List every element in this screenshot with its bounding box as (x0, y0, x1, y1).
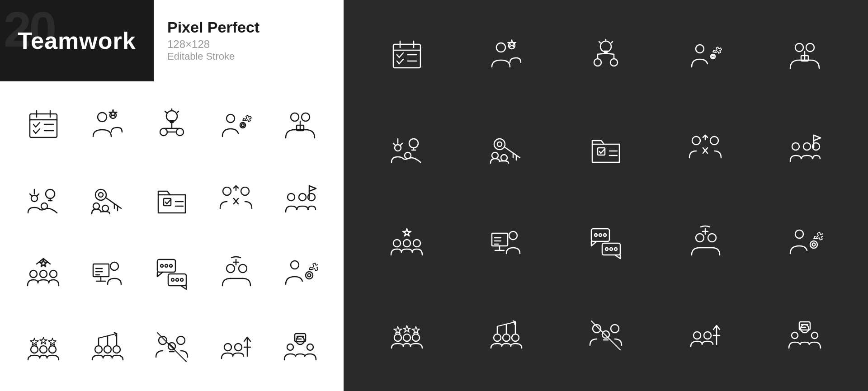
icon-two-people-dark (760, 14, 850, 98)
svg-point-199 (512, 334, 519, 341)
svg-marker-194 (394, 326, 402, 334)
icon-chat-boxes-dark (561, 200, 651, 284)
svg-line-122 (611, 42, 613, 43)
svg-point-214 (811, 332, 818, 339)
svg-rect-45 (164, 198, 171, 206)
svg-point-90 (113, 346, 120, 353)
svg-point-89 (104, 346, 111, 353)
main-title: Teamwork (18, 27, 136, 54)
left-panel: 20 Teamwork Pixel Perfect 128×128 Editab… (0, 0, 344, 391)
icon-checkbox-folder-light (142, 165, 202, 234)
svg-point-6 (98, 113, 107, 122)
icon-team-celebration-light (206, 239, 266, 308)
svg-point-72 (176, 278, 179, 281)
svg-point-204 (611, 325, 619, 333)
svg-point-161 (803, 143, 811, 150)
svg-point-59 (110, 262, 118, 270)
svg-point-212 (801, 325, 809, 333)
right-panel (344, 0, 868, 391)
svg-point-213 (792, 332, 798, 339)
svg-point-26 (302, 113, 310, 121)
svg-point-133 (712, 56, 714, 58)
icon-chat-boxes-light (142, 239, 202, 308)
svg-line-129 (598, 53, 606, 54)
icon-team-idea-dark (561, 14, 651, 98)
svg-point-25 (291, 113, 299, 121)
icon-checkbox-folder-dark (561, 107, 651, 191)
svg-point-160 (792, 143, 799, 150)
svg-point-198 (503, 334, 510, 341)
svg-point-51 (288, 193, 295, 201)
icon-team-presentation-light (78, 239, 137, 308)
svg-marker-195 (403, 325, 410, 332)
svg-marker-85 (30, 338, 38, 345)
svg-point-52 (299, 193, 306, 201)
icon-achievement-star-light (14, 239, 73, 308)
icon-team-celebration-dark (660, 200, 750, 284)
svg-point-55 (30, 270, 37, 278)
subtitle-block: Pixel Perfect 128×128 Editable Stroke (154, 0, 273, 81)
svg-point-193 (412, 334, 420, 341)
svg-point-209 (704, 332, 711, 339)
svg-point-134 (795, 43, 803, 52)
svg-marker-196 (412, 326, 420, 334)
svg-point-176 (594, 234, 597, 236)
svg-point-95 (177, 336, 185, 344)
svg-point-188 (795, 230, 803, 238)
svg-point-164 (393, 240, 401, 247)
icon-two-people-light (270, 90, 330, 160)
svg-point-142 (395, 145, 401, 151)
icon-team-conflict-dark (660, 107, 750, 191)
svg-point-131 (696, 45, 704, 53)
svg-point-105 (287, 344, 293, 350)
svg-line-11 (165, 111, 166, 113)
svg-point-9 (166, 111, 177, 122)
svg-point-75 (239, 264, 247, 273)
dark-icons-grid (362, 14, 850, 377)
svg-marker-86 (40, 337, 47, 344)
icon-team-stars-light (14, 312, 73, 382)
svg-point-166 (413, 240, 420, 247)
editable-label: Editable Stroke (167, 51, 259, 62)
svg-point-100 (224, 344, 231, 351)
svg-line-99 (169, 344, 175, 349)
svg-point-22 (226, 114, 235, 122)
icon-star-review-light (78, 90, 137, 160)
svg-point-44 (102, 205, 108, 212)
svg-point-80 (306, 272, 313, 279)
svg-point-24 (241, 124, 244, 127)
svg-point-69 (170, 264, 172, 267)
svg-point-182 (614, 248, 617, 250)
svg-point-67 (160, 264, 163, 267)
icon-team-idea-light (142, 90, 202, 160)
icon-discussion-group-dark (760, 293, 850, 377)
icon-gear-person-light (270, 239, 330, 308)
svg-line-145 (393, 143, 395, 145)
svg-point-57 (50, 270, 57, 278)
svg-point-101 (235, 344, 242, 351)
svg-marker-167 (403, 229, 411, 236)
svg-line-130 (606, 53, 614, 54)
header-section: 20 Teamwork Pixel Perfect 128×128 Editab… (0, 0, 344, 81)
svg-point-104 (296, 336, 304, 344)
svg-point-184 (708, 234, 716, 242)
icon-team-presentation-dark (461, 200, 552, 284)
icon-discussion-group-light (270, 312, 330, 382)
svg-point-191 (394, 334, 401, 341)
svg-point-56 (40, 270, 47, 278)
svg-point-33 (31, 195, 38, 202)
title-block: 20 Teamwork (0, 0, 154, 81)
svg-point-192 (403, 334, 410, 341)
svg-point-155 (692, 137, 700, 145)
svg-point-189 (810, 241, 817, 248)
svg-line-37 (37, 194, 39, 196)
svg-point-88 (95, 346, 102, 353)
svg-point-125 (594, 59, 601, 66)
svg-point-208 (693, 332, 701, 339)
svg-point-178 (604, 234, 606, 236)
svg-point-15 (160, 128, 167, 136)
icon-calendar-light (14, 90, 73, 160)
svg-point-38 (95, 189, 106, 200)
icon-calendar-dark (362, 14, 452, 98)
svg-point-39 (99, 193, 103, 197)
